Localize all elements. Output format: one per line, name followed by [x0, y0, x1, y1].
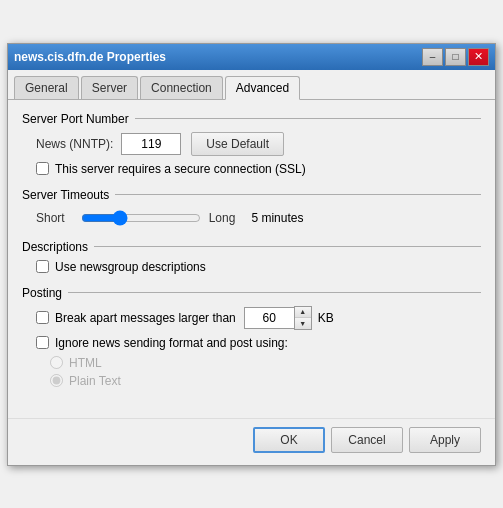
descriptions-title: Descriptions [22, 240, 481, 254]
timeout-duration: 5 minutes [251, 211, 303, 225]
tab-connection[interactable]: Connection [140, 76, 223, 99]
html-label: HTML [69, 356, 102, 370]
news-port-row: News (NNTP): Use Default [22, 132, 481, 156]
news-port-input[interactable] [121, 133, 181, 155]
ssl-row: This server requires a secure connection… [22, 162, 481, 176]
apply-button[interactable]: Apply [409, 427, 481, 453]
minimize-button[interactable]: – [422, 48, 443, 66]
timeout-slider-row: Short Long 5 minutes [22, 208, 481, 228]
properties-window: news.cis.dfn.de Properties – □ ✕ General… [7, 43, 496, 466]
break-value-input[interactable] [244, 307, 294, 329]
html-radio-row: HTML [22, 356, 481, 370]
spinner-buttons: ▲ ▼ [294, 306, 312, 330]
timeout-slider[interactable] [81, 208, 201, 228]
window-title: news.cis.dfn.de Properties [14, 50, 166, 64]
spin-down-button[interactable]: ▼ [295, 318, 311, 329]
descriptions-section: Descriptions Use newsgroup descriptions [22, 240, 481, 274]
break-apart-label: Break apart messages larger than [55, 311, 236, 325]
ignore-format-checkbox[interactable] [36, 336, 49, 349]
spin-up-button[interactable]: ▲ [295, 307, 311, 318]
use-descriptions-checkbox[interactable] [36, 260, 49, 273]
tab-server[interactable]: Server [81, 76, 138, 99]
posting-title: Posting [22, 286, 481, 300]
close-button[interactable]: ✕ [468, 48, 489, 66]
plaintext-radio-row: Plain Text [22, 374, 481, 388]
use-descriptions-label: Use newsgroup descriptions [55, 260, 206, 274]
title-bar: news.cis.dfn.de Properties – □ ✕ [8, 44, 495, 70]
break-apart-row: Break apart messages larger than ▲ ▼ KB [22, 306, 481, 330]
html-radio[interactable] [50, 356, 63, 369]
ok-button[interactable]: OK [253, 427, 325, 453]
tab-general[interactable]: General [14, 76, 79, 99]
ssl-label: This server requires a secure connection… [55, 162, 306, 176]
ssl-checkbox[interactable] [36, 162, 49, 175]
posting-section: Posting Break apart messages larger than… [22, 286, 481, 388]
maximize-button[interactable]: □ [445, 48, 466, 66]
ignore-format-row: Ignore news sending format and post usin… [22, 336, 481, 350]
timeouts-section: Server Timeouts Short Long 5 minutes [22, 188, 481, 228]
ignore-format-label: Ignore news sending format and post usin… [55, 336, 288, 350]
cancel-button[interactable]: Cancel [331, 427, 403, 453]
footer: OK Cancel Apply [8, 418, 495, 465]
use-descriptions-row: Use newsgroup descriptions [22, 260, 481, 274]
timeouts-title: Server Timeouts [22, 188, 481, 202]
plaintext-label: Plain Text [69, 374, 121, 388]
tab-bar: General Server Connection Advanced [8, 70, 495, 100]
news-port-label: News (NNTP): [36, 137, 113, 151]
long-label: Long [209, 211, 236, 225]
kb-label: KB [318, 311, 334, 325]
server-port-title: Server Port Number [22, 112, 481, 126]
short-label: Short [36, 211, 65, 225]
title-bar-controls: – □ ✕ [422, 48, 489, 66]
server-port-section: Server Port Number News (NNTP): Use Defa… [22, 112, 481, 176]
use-default-button[interactable]: Use Default [191, 132, 284, 156]
content-area: Server Port Number News (NNTP): Use Defa… [8, 100, 495, 412]
tab-advanced[interactable]: Advanced [225, 76, 300, 100]
break-apart-checkbox[interactable] [36, 311, 49, 324]
plaintext-radio[interactable] [50, 374, 63, 387]
break-spinner: ▲ ▼ [244, 306, 312, 330]
